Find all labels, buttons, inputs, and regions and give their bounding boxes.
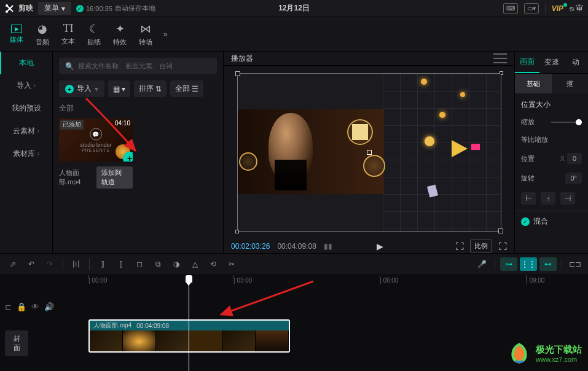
chevron-down-icon: ▾	[95, 85, 98, 93]
media-panel: 🔍 搜索文件名称、画面元素、台词 + 导入 ▾ ▦▾ 排序 ⇅ 全部 ☰ 全部 …	[53, 52, 224, 253]
timeline-clip[interactable]: 人物面部.mp4 00:04:09:08	[88, 319, 290, 353]
review-button[interactable]: ⎋ 审	[570, 3, 583, 14]
search-input[interactable]: 🔍 搜索文件名称、画面元素、台词	[59, 58, 217, 74]
add-tooltip: 添加到轨道	[96, 166, 133, 189]
preview-canvas[interactable]	[237, 73, 501, 232]
search-icon: 🔍	[65, 62, 74, 71]
project-title[interactable]: 12月12日	[278, 3, 310, 14]
timeline-view-icon[interactable]: ▮▮	[324, 242, 332, 251]
scissors-icon	[5, 4, 15, 14]
menu-dropdown[interactable]: 菜单 ▾	[38, 2, 71, 15]
cover-button[interactable]: 封面	[5, 330, 28, 356]
preview-title: 播放器	[231, 53, 253, 64]
properties-panel: 画面 变速 动 基础 抠 位置大小 缩放 等比缩放 位置 X 0	[514, 52, 588, 253]
clip-duration: 00:04:09:08	[136, 322, 169, 329]
position-x-value[interactable]: 0	[567, 153, 582, 164]
layout-icon[interactable]: ▭▾	[524, 3, 539, 14]
prop-subtab-basic[interactable]: 基础	[515, 74, 552, 93]
media-thumbnail[interactable]: 已添加 04:10 💬 studio binder PRESENTS +	[59, 119, 133, 162]
focus-icon[interactable]: ⛶	[455, 241, 464, 251]
app-name: 剪映	[18, 3, 33, 14]
media-item[interactable]: 已添加 04:10 💬 studio binder PRESENTS + 人物面…	[59, 119, 133, 189]
redo-button[interactable]: ↷	[42, 257, 58, 271]
align-right-button[interactable]: ⊣	[560, 192, 575, 205]
timeline-area: ⬀ ↶ ↷ 〣 ⟧ ⟦ ◻ ⧉ ◑ △ ⟲ ✂ 🎤 ⊶ ⋮⋮ ⊷ ⊏⊐ ⊏ 🔒 …	[0, 253, 588, 371]
app-logo: 剪映	[5, 3, 33, 14]
sort-button[interactable]: 排序 ⇅	[134, 80, 167, 97]
sidebar-item-import[interactable]: 导入 ›	[0, 74, 52, 97]
fullscreen-icon[interactable]: ⛶	[498, 241, 507, 251]
split-button[interactable]: 〣	[68, 257, 84, 271]
effects-icon: ✦	[116, 22, 125, 36]
view-grid-button[interactable]: ▦▾	[108, 80, 130, 97]
align-left-button[interactable]: ⊢	[521, 192, 536, 205]
add-to-track-button[interactable]: +	[123, 152, 133, 162]
preview-controls: 00:02:03:26 00:04:09:08 ▮▮ ▶ ⛶ 比例 ⛶	[224, 239, 514, 253]
prop-tab-picture[interactable]: 画面	[515, 52, 539, 73]
check-icon: ✓	[521, 217, 530, 226]
preview-menu-icon[interactable]	[493, 53, 507, 63]
prop-tab-speed[interactable]: 变速	[539, 52, 564, 73]
sidebar-item-local[interactable]: 本地	[0, 52, 52, 74]
copy-button[interactable]: ⧉	[150, 257, 166, 271]
trim-left-button[interactable]: ⟧	[95, 257, 111, 271]
reverse-button[interactable]: ◑	[168, 257, 184, 271]
clip-name: 人物面部.mp4	[93, 321, 131, 330]
align-center-button[interactable]: ⫞	[541, 192, 555, 205]
tab-transition[interactable]: ⋈ 转场	[133, 20, 159, 49]
blend-section[interactable]: ✓ 混合	[515, 211, 588, 232]
collapse-icon[interactable]: ⊏	[5, 302, 12, 311]
watermark-icon	[506, 340, 532, 366]
watermark: 极光下载站 www.xz7.com	[506, 340, 582, 366]
lock-icon[interactable]: 🔒	[17, 302, 26, 311]
preview-panel: 播放器 00:02:03:26 0	[224, 52, 514, 253]
timeline-toolbar: ⬀ ↶ ↷ 〣 ⟧ ⟦ ◻ ⧉ ◑ △ ⟲ ✂ 🎤 ⊶ ⋮⋮ ⊷ ⊏⊐	[0, 253, 588, 275]
link-button[interactable]: ⋮⋮	[520, 257, 537, 271]
track-controls: ⊏ 🔒 👁 🔊 封面	[0, 275, 61, 371]
check-icon: ✓	[76, 5, 84, 12]
vip-badge[interactable]: VIP	[552, 4, 563, 13]
sidebar-item-presets[interactable]: 我的预设	[0, 97, 52, 120]
magnet-button[interactable]: ⊶	[500, 257, 517, 271]
audio-icon: ◕	[37, 22, 47, 36]
mic-button[interactable]: 🎤	[474, 257, 490, 271]
eye-icon[interactable]: 👁	[31, 302, 39, 311]
media-icon: ▶	[11, 25, 22, 33]
tab-sticker[interactable]: ☾ 贴纸	[81, 20, 107, 49]
playhead[interactable]	[189, 275, 189, 371]
duration-label: 04:10	[115, 120, 130, 127]
tab-text[interactable]: TI 文本	[55, 20, 81, 49]
chevron-right-icon: ›	[37, 127, 39, 135]
prop-tab-anim[interactable]: 动	[563, 52, 588, 73]
filter-all-button[interactable]: 全部 ☰	[170, 80, 203, 97]
trim-right-button[interactable]: ⟦	[113, 257, 129, 271]
equal-scale-label: 等比缩放	[521, 135, 548, 144]
volume-icon[interactable]: 🔊	[44, 302, 54, 311]
mirror-button[interactable]: △	[187, 257, 203, 271]
rotation-value[interactable]: 0°	[565, 173, 582, 184]
position-label: 位置	[521, 154, 535, 163]
crop-tool-button[interactable]: ✂	[224, 257, 240, 271]
preview-cut-button[interactable]: ⊏⊐	[567, 257, 583, 271]
chevron-down-icon: ▾	[61, 4, 65, 13]
undo-button[interactable]: ↶	[23, 257, 39, 271]
import-button[interactable]: + 导入 ▾	[59, 80, 104, 97]
expand-tabs-button[interactable]: »	[161, 28, 170, 41]
sidebar-item-library[interactable]: 素材库 ›	[0, 143, 52, 165]
keyboard-icon[interactable]: ⌨	[503, 3, 518, 14]
scale-slider[interactable]	[551, 122, 582, 123]
rotate-button[interactable]: ⟲	[205, 257, 221, 271]
pointer-tool[interactable]: ⬀	[5, 257, 21, 271]
snap-button[interactable]: ⊷	[539, 257, 557, 271]
ratio-button[interactable]: 比例	[470, 240, 492, 252]
crop-button[interactable]: ◻	[131, 257, 147, 271]
sidebar-item-cloud[interactable]: 云素材 ›	[0, 120, 52, 143]
tab-effects[interactable]: ✦ 特效	[107, 20, 133, 49]
prop-subtab-cutout[interactable]: 抠	[552, 74, 589, 93]
plus-icon: +	[65, 85, 74, 93]
timeline-ruler[interactable]: | 00:00 | 03:00 | 06:00 | 09:00	[61, 275, 588, 289]
tab-audio[interactable]: ◕ 音频	[29, 20, 55, 49]
media-filename: 人物面部.mp4	[59, 168, 92, 187]
tab-media[interactable]: ▶ 媒体	[4, 22, 29, 47]
play-button[interactable]: ▶	[377, 241, 383, 251]
